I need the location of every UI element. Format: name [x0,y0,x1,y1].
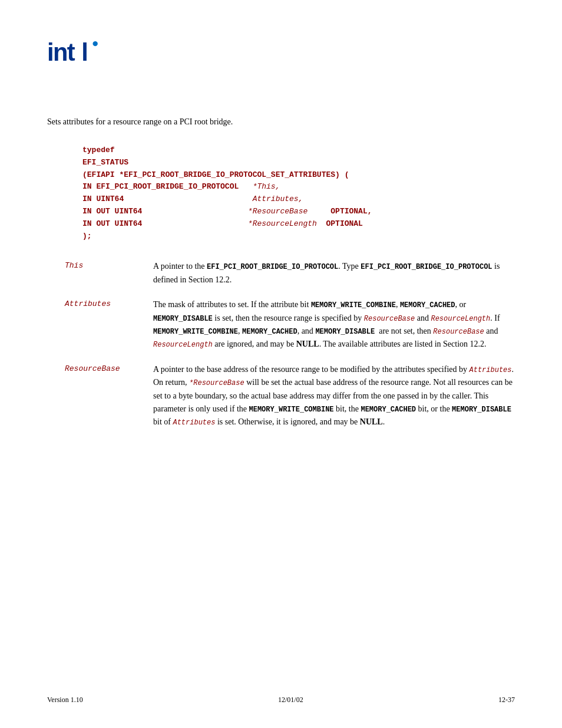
ref-attributes-1: Attributes [470,366,512,374]
ref-null-1: NULL [296,340,319,348]
footer-page: 12-37 [498,696,515,704]
page: int l Sets attributes for a resource ran… [0,0,562,728]
ref-efi-protocol-1: EFI_PCI_ROOT_BRIDGE_IO_PROTOCOL [207,263,338,271]
ref-memory-write-combine-2: MEMORY_WRITE_COMBINE [153,328,238,336]
ref-memory-write-combine-3: MEMORY_WRITE_COMBINE [249,406,334,414]
ref-resource-base-2: ResourceBase [433,328,484,336]
param-name-attributes: Attributes [47,298,153,308]
footer: Version 1.10 12/01/02 12-37 [47,696,515,704]
param-row-attributes: Attributes The mask of attributes to set… [47,298,515,351]
param-name-resourcebase: ResourceBase [47,363,153,373]
ref-attributes-2: Attributes [173,419,215,427]
svg-point-2 [93,41,98,46]
ref-memory-disable-3: MEMORY_DISABLE [452,406,511,414]
param-desc-this: A pointer to the EFI_PCI_ROOT_BRIDGE_IO_… [153,260,515,286]
code-line-5: IN UINT64 Attributes, [82,193,515,206]
code-line-4: IN EFI_PCI_ROOT_BRIDGE_IO_PROTOCOL *This… [82,181,515,193]
footer-version: Version 1.10 [47,696,83,704]
ref-memory-cached-2: MEMORY_CACHED [242,328,297,336]
params-table: This A pointer to the EFI_PCI_ROOT_BRIDG… [47,260,515,429]
ref-null-2: NULL [360,417,383,426]
code-line-3: (EFIAPI *EFI_PCI_ROOT_BRIDGE_IO_PROTOCOL… [82,169,515,182]
intel-logo: int l [47,35,106,68]
param-row-this: This A pointer to the EFI_PCI_ROOT_BRIDG… [47,260,515,286]
ref-efi-protocol-2: EFI_PCI_ROOT_BRIDGE_IO_PROTOCOL [361,263,492,271]
param-desc-resourcebase: A pointer to the base address of the res… [153,363,515,429]
param-name-this: This [47,260,153,270]
ref-resource-base-ptr: *ResourceBase [189,379,244,387]
code-line-2: EFI_STATUS [82,157,515,169]
code-line-7: IN OUT UINT64 *ResourceLength OPTIONAL [82,218,515,230]
ref-memory-disable-1: MEMORY_DISABLE [153,315,213,323]
ref-memory-disable-2: MEMORY_DISABLE [315,328,375,336]
ref-memory-cached-1: MEMORY_CACHED [400,301,455,309]
ref-memory-write-combine-1: MEMORY_WRITE_COMBINE [311,301,396,309]
code-line-1: typedef [82,144,515,157]
ref-memory-cached-3: MEMORY_CACHED [361,406,416,414]
ref-resource-length-2: ResourceLength [153,341,213,349]
param-desc-attributes: The mask of attributes to set. If the at… [153,298,515,351]
logo-container: int l [47,35,515,70]
ref-resource-base-1: ResourceBase [364,315,415,323]
svg-text:l: l [81,38,87,66]
footer-date: 12/01/02 [278,696,303,704]
ref-resource-length-1: ResourceLength [431,315,490,323]
page-description: Sets attributes for a resource range on … [47,117,515,127]
svg-text:int: int [47,38,75,66]
code-line-6: IN OUT UINT64 *ResourceBase OPTIONAL, [82,206,515,218]
code-block: typedef EFI_STATUS (EFIAPI *EFI_PCI_ROOT… [82,144,515,242]
code-line-8: ); [82,230,515,243]
param-row-resourcebase: ResourceBase A pointer to the base addre… [47,363,515,429]
